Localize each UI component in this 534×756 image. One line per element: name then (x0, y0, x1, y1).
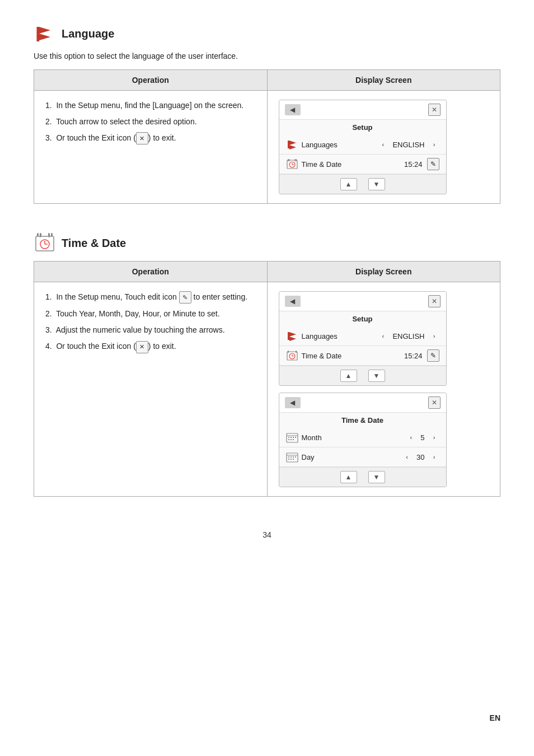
timedate-screen2-month-value: ‹ 5 › (406, 432, 439, 442)
screen-timedate-value: 15:24 ✎ (404, 158, 439, 170)
timedate-screen2-nav-down[interactable]: ▼ (368, 471, 385, 483)
timedate-lang-val: ENGLISH (392, 332, 424, 340)
timedate-screen1-td-value: 15:24 ✎ (404, 349, 439, 362)
timedate-screen1-lang-text: Languages (302, 332, 338, 340)
timedate-screen1-lang-label: Languages (286, 330, 338, 342)
exit-icon-inline: ✕ (136, 132, 148, 144)
screen-setup-title: Setup (279, 120, 446, 135)
timedate-back-btn2[interactable]: ◀ (285, 397, 301, 408)
screen-languages-label: Languages (286, 138, 338, 151)
timedate-close-btn2[interactable]: ✕ (428, 396, 441, 409)
timedate-op-list: 1. In the Setup menu, Touch edit icon ✎ … (45, 291, 256, 353)
screen-close-btn[interactable]: ✕ (428, 104, 441, 116)
screen-timedate-row: Time & Date 15:24 ✎ (279, 155, 446, 174)
svg-rect-48 (295, 456, 296, 458)
timedate-lang-left[interactable]: ‹ (378, 331, 388, 341)
language-op-header: Operation (34, 70, 268, 91)
svg-rect-41 (291, 439, 292, 440)
language-description: Use this option to select the language o… (34, 52, 500, 60)
svg-rect-49 (288, 459, 289, 460)
svg-marker-1 (39, 27, 50, 34)
language-operations-cell: 1. In the Setup menu, find the [Language… (34, 91, 268, 204)
svg-rect-24 (51, 233, 53, 236)
timedate-table: Operation Display Screen 1. In the Setup… (34, 261, 500, 497)
timedate-back-btn1[interactable]: ◀ (285, 296, 301, 307)
timedate-op-2: 2. Touch Year, Month, Day, Hour, or Minu… (45, 308, 256, 320)
language-op-list: 1. In the Setup menu, find the [Language… (45, 100, 256, 144)
svg-rect-13 (288, 159, 289, 161)
timedate-screen2-day-value: ‹ 30 › (402, 452, 439, 462)
screen-languages-row: Languages ‹ ENGLISH › (279, 135, 446, 155)
timedate-screen1-nav-up[interactable]: ▲ (340, 370, 357, 382)
svg-marker-25 (288, 332, 289, 340)
language-display-cell: ◀ ✕ Setup (267, 91, 500, 204)
svg-rect-51 (293, 459, 294, 460)
timedate-clock-icon (286, 349, 298, 362)
timedate-screen1-title: Setup (279, 311, 446, 326)
timedate-lang-right[interactable]: › (429, 331, 439, 341)
timedate-month-icon (286, 431, 298, 444)
lang-left-arrow[interactable]: ‹ (378, 139, 388, 150)
svg-rect-36 (288, 437, 289, 438)
svg-rect-40 (288, 439, 289, 440)
screen-nav-up[interactable]: ▲ (340, 178, 357, 190)
timedate-screen1-td-row: Time & Date 15:24 ✎ (279, 346, 446, 366)
month-right-arrow[interactable]: › (429, 432, 439, 442)
edit-icon-inline: ✎ (179, 291, 191, 304)
timedate-display-header: Display Screen (267, 262, 500, 282)
timedate-op-1: 1. In the Setup menu, Touch edit icon ✎ … (45, 291, 256, 304)
timedate-screen1-td-text: Time & Date (302, 352, 342, 360)
screen-timedate-text: Time & Date (302, 160, 342, 169)
svg-marker-27 (289, 337, 296, 341)
svg-rect-50 (291, 459, 292, 460)
screen-languages-text: Languages (302, 141, 338, 149)
language-screen-mockup: ◀ ✕ Setup (279, 100, 447, 194)
timedate-screen2-month-row: Month ‹ 5 › (279, 428, 446, 447)
timedate-screen1-nav: ▲ ▼ (279, 366, 446, 385)
language-title: Language (62, 27, 114, 40)
svg-marker-26 (289, 332, 296, 337)
svg-marker-4 (288, 141, 289, 148)
timedate-screen1-nav-down[interactable]: ▼ (368, 370, 385, 382)
svg-rect-22 (40, 233, 41, 236)
svg-rect-14 (296, 159, 297, 161)
screen-nav-row: ▲ ▼ (279, 174, 446, 194)
svg-rect-42 (293, 439, 294, 440)
language-op-2: 2. Touch arrow to select the desired opt… (45, 116, 256, 128)
timedate-screen1-edit-btn[interactable]: ✎ (427, 349, 439, 362)
timedate-screen2-day-text: Day (302, 453, 315, 461)
timedate-screen1-topbar: ◀ ✕ (279, 292, 446, 311)
screen-nav-down[interactable]: ▼ (368, 178, 385, 190)
screen-edit-btn[interactable]: ✎ (427, 158, 439, 170)
timedate-close-btn1[interactable]: ✕ (428, 295, 441, 307)
timedate-screen2-month-text: Month (302, 433, 322, 442)
svg-rect-45 (288, 456, 289, 458)
svg-marker-5 (289, 141, 296, 145)
screen-timedate-label: Time & Date (286, 158, 342, 170)
timedate-screen2-day-label: Day (286, 451, 315, 463)
month-left-arrow[interactable]: ‹ (406, 432, 416, 442)
svg-rect-32 (288, 351, 289, 353)
svg-marker-6 (289, 145, 296, 150)
day-value: 30 (416, 453, 424, 461)
timedate-screen1-lang-value: ‹ ENGLISH › (378, 331, 439, 341)
day-left-arrow[interactable]: ‹ (402, 452, 412, 462)
screen-back-btn[interactable]: ◀ (285, 104, 301, 115)
svg-rect-33 (296, 351, 297, 353)
timedate-op-header: Operation (34, 262, 268, 282)
svg-rect-38 (293, 437, 294, 438)
lang-value: ENGLISH (392, 141, 424, 149)
timedate-op-4: 4. Or touch the Exit icon (✕) to exit. (45, 340, 256, 353)
language-table: Operation Display Screen 1. In the Setup… (34, 69, 500, 204)
timedate-screen1-td-label: Time & Date (286, 349, 342, 362)
svg-rect-23 (48, 233, 50, 236)
timedate-screen2-nav-up[interactable]: ▲ (340, 471, 357, 483)
svg-rect-46 (291, 456, 292, 458)
day-right-arrow[interactable]: › (429, 452, 439, 462)
timedate-display-cell: ◀ ✕ Setup Languages (267, 282, 500, 497)
timedate-screen2-month-label: Month (286, 431, 322, 444)
svg-marker-0 (37, 27, 39, 41)
timedate-icon (34, 232, 56, 254)
timedate-operations-cell: 1. In the Setup menu, Touch edit icon ✎ … (34, 282, 268, 497)
lang-right-arrow[interactable]: › (429, 139, 439, 150)
